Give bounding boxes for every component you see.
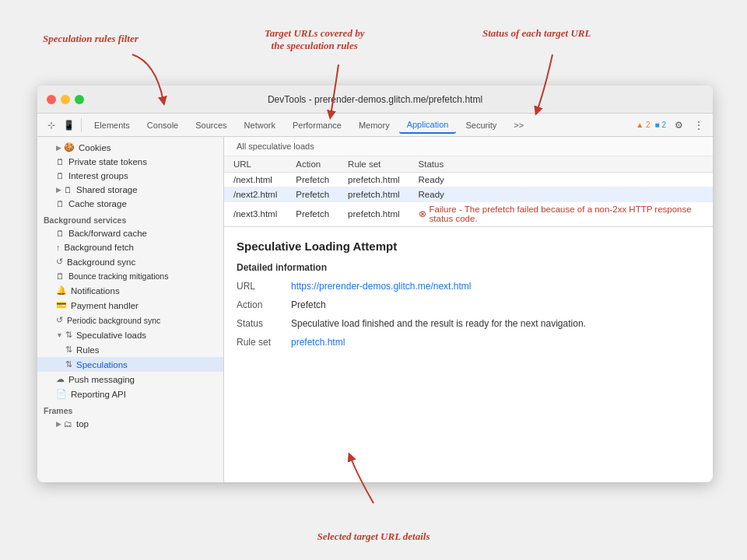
cell-ruleset: prefetch.html [338, 202, 409, 226]
sidebar-item-label: Back/forward cache [68, 229, 147, 238]
toolbar-right: ▲ 2 ■ 2 ⚙ ⋮ [636, 117, 707, 133]
chevron-icon: ▶ [56, 186, 61, 194]
sidebar-item-label: Interest groups [68, 171, 128, 180]
chevron-down-icon: ▼ [56, 331, 63, 339]
tab-elements[interactable]: Elements [86, 117, 138, 133]
bg-fetch-icon: ↑ [56, 243, 61, 252]
tab-more[interactable]: >> [506, 117, 531, 133]
speculations-icon: ⇅ [65, 359, 72, 369]
detail-title: Speculative Loading Attempt [237, 240, 700, 253]
col-header-action: Action [286, 156, 338, 173]
sidebar-item-private-state[interactable]: 🗒 Private state tokens [37, 155, 223, 169]
periodic-sync-icon: ↺ [56, 315, 63, 325]
device-icon[interactable]: 📱 [61, 117, 76, 133]
detail-key-url: URL [237, 281, 291, 292]
sidebar-item-label: Background sync [67, 257, 135, 267]
detail-row-action: Action Prefetch [237, 299, 700, 310]
cursor-icon[interactable]: ⊹ [44, 117, 59, 133]
sidebar-item-payment-handler[interactable]: 💳 Payment handler [37, 298, 223, 313]
error-badge: ■ 2 [655, 121, 666, 129]
bounce-tracking-icon: 🗒 [56, 271, 65, 281]
col-header-status: Status [409, 156, 713, 173]
detail-area: Speculative Loading Attempt Detailed inf… [224, 227, 713, 482]
speculative-loads-icon: ⇅ [65, 330, 72, 340]
tab-network[interactable]: Network [237, 117, 283, 133]
sidebar-item-label: Shared storage [76, 185, 138, 194]
sidebar-item-bg-sync[interactable]: ↺ Background sync [37, 254, 223, 269]
cell-action: Prefetch [286, 187, 338, 202]
all-speculative-loads-header: All speculative loads [224, 137, 713, 156]
sidebar-item-label: Cache storage [68, 199, 127, 208]
sidebar-item-label: Bounce tracking mitigations [68, 271, 168, 281]
annotation-status-each: Status of each target URL [482, 27, 591, 40]
sidebar-item-bounce-tracking[interactable]: 🗒 Bounce tracking mitigations [37, 269, 223, 283]
sidebar-item-bg-fetch[interactable]: ↑ Background fetch [37, 240, 223, 254]
tab-sources[interactable]: Sources [188, 117, 234, 133]
shared-storage-icon: 🗒 [64, 185, 72, 194]
tab-memory[interactable]: Memory [351, 117, 398, 133]
table-row[interactable]: /next.html Prefetch prefetch.html Ready [224, 173, 713, 187]
sidebar-item-push-messaging[interactable]: ☁ Push messaging [37, 372, 223, 387]
minimize-button[interactable] [61, 95, 70, 104]
sidebar-item-top[interactable]: ▶ 🗂 top [37, 417, 223, 431]
chevron-right-icon: ▶ [56, 420, 61, 428]
settings-icon[interactable]: ⚙ [671, 117, 686, 133]
sidebar-item-speculative-loads[interactable]: ▼ ⇅ Speculative loads [37, 327, 223, 342]
background-services-label: Background services [37, 211, 223, 226]
chevron-icon: ▶ [56, 144, 61, 152]
cell-ruleset: prefetch.html [338, 187, 409, 202]
browser-window: DevTools - prerender-demos.glitch.me/pre… [37, 86, 713, 482]
cell-action: Prefetch [286, 202, 338, 226]
tab-application[interactable]: Application [399, 117, 457, 134]
close-button[interactable] [47, 95, 56, 104]
cell-status: ⊗Failure - The prefetch failed because o… [409, 202, 713, 226]
tab-console[interactable]: Console [139, 117, 186, 133]
cache-storage-icon: 🗒 [56, 199, 65, 208]
sidebar-item-reporting-api[interactable]: 📄 Reporting API [37, 387, 223, 401]
more-icon[interactable]: ⋮ [691, 117, 707, 133]
sidebar-item-label: Push messaging [68, 375, 135, 384]
sidebar-item-interest-groups[interactable]: 🗒 Interest groups [37, 169, 223, 183]
tab-security[interactable]: Security [458, 117, 504, 133]
private-state-icon: 🗒 [56, 157, 65, 166]
sidebar-item-notifications[interactable]: 🔔 Notifications [37, 283, 223, 298]
table-row[interactable]: /next3.html Prefetch prefetch.html ⊗Fail… [224, 202, 713, 226]
cell-action: Prefetch [286, 173, 338, 187]
sidebar-item-cookies[interactable]: ▶ 🍪 Cookies [37, 140, 223, 155]
sidebar-item-label: Background fetch [65, 243, 135, 252]
detail-value-status: Speculative load finished and the result… [291, 318, 586, 329]
sidebar-item-rules[interactable]: ⇅ Rules [37, 342, 223, 357]
bfcache-icon: 🗒 [56, 229, 65, 238]
main-panel: All speculative loads URL Action Rule se… [224, 137, 713, 482]
sidebar-item-label: Notifications [71, 286, 120, 296]
sidebar-item-shared-storage[interactable]: ▶ 🗒 Shared storage [37, 183, 223, 197]
sidebar: ▶ 🍪 Cookies 🗒 Private state tokens 🗒 Int… [37, 137, 224, 482]
sidebar-item-label: Rules [76, 345, 99, 355]
devtools-body: ▶ 🍪 Cookies 🗒 Private state tokens 🗒 Int… [37, 137, 713, 482]
traffic-lights [47, 95, 84, 104]
table-row[interactable]: /next2.html Prefetch prefetch.html Ready [224, 187, 713, 202]
detail-row-url: URL https://prerender-demos.glitch.me/ne… [237, 281, 700, 292]
title-bar: DevTools - prerender-demos.glitch.me/pre… [37, 86, 713, 114]
detail-value-ruleset[interactable]: prefetch.html [291, 337, 345, 348]
toolbar-separator [81, 118, 82, 132]
sidebar-item-label: Speculations [76, 360, 128, 369]
sidebar-item-label: Reporting API [71, 390, 126, 399]
detail-value-url[interactable]: https://prerender-demos.glitch.me/next.h… [291, 281, 471, 292]
sidebar-item-bfcache[interactable]: 🗒 Back/forward cache [37, 226, 223, 240]
cell-url: /next.html [224, 173, 286, 187]
maximize-button[interactable] [75, 95, 84, 104]
annotation-target-urls: Target URLs covered bythe speculation ru… [265, 27, 364, 52]
devtools-toolbar: ⊹ 📱 Elements Console Sources Network Per… [37, 114, 713, 137]
cell-url: /next3.html [224, 202, 286, 226]
warning-badge: ▲ 2 [636, 121, 650, 129]
sidebar-item-cache-storage[interactable]: 🗒 Cache storage [37, 197, 223, 211]
sidebar-item-label: Payment handler [71, 301, 139, 310]
error-icon: ⊗ [419, 208, 426, 219]
sidebar-item-speculations[interactable]: ⇅ Speculations [37, 357, 223, 372]
annotation-speculation-filter: Speculation rules filter [43, 33, 139, 45]
sidebar-item-label: Private state tokens [68, 157, 147, 166]
reporting-api-icon: 📄 [56, 389, 67, 399]
tab-performance[interactable]: Performance [285, 117, 349, 133]
sidebar-item-periodic-sync[interactable]: ↺ Periodic background sync [37, 313, 223, 327]
